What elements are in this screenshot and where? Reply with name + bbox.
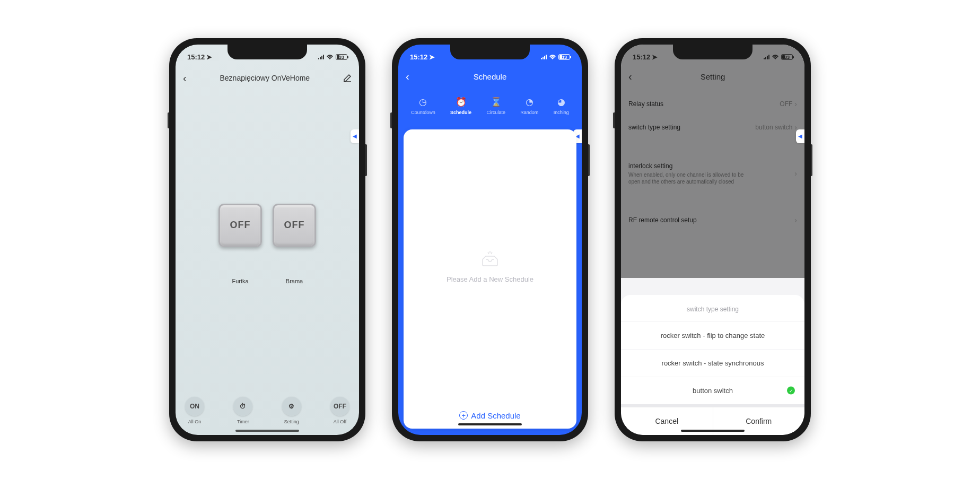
- all-on-button[interactable]: ON All On: [185, 397, 204, 424]
- switch-row: OFF OFF: [176, 204, 359, 247]
- back-button[interactable]: ‹: [406, 71, 409, 83]
- status-time: 15:12: [633, 53, 650, 61]
- notch: [450, 45, 530, 59]
- signal-icon: [541, 55, 547, 59]
- edit-button[interactable]: [343, 74, 352, 82]
- home-indicator[interactable]: [458, 423, 522, 425]
- battery-icon: 33: [558, 54, 570, 60]
- back-button[interactable]: ‹: [183, 72, 187, 84]
- home-indicator[interactable]: [235, 430, 299, 432]
- sheet-option-button-switch[interactable]: button switch ✓: [621, 377, 804, 404]
- switch-button-2[interactable]: OFF: [273, 204, 316, 247]
- switch-label-2: Brama: [273, 278, 316, 284]
- timer-button[interactable]: ⏱ Timer: [233, 397, 252, 424]
- circulate-icon: ⌛: [491, 97, 502, 108]
- action-sheet: switch type setting rocker switch - flip…: [621, 295, 804, 435]
- wifi-icon: [549, 55, 556, 60]
- tab-inching[interactable]: ◕Inching: [554, 97, 569, 115]
- location-icon: ➤: [206, 53, 212, 61]
- on-icon: ON: [190, 403, 199, 410]
- page-title: Schedule: [474, 72, 507, 81]
- tab-schedule[interactable]: ⏰Schedule: [450, 97, 471, 115]
- empty-state: Please Add a New Schedule: [404, 129, 576, 403]
- random-icon: ◔: [526, 97, 533, 108]
- screen-schedule: 15:12 ➤ 33 ‹ Schedule ◷Countdown ⏰Schedu…: [398, 45, 582, 435]
- bottom-toolbar: ON All On ⏱ Timer ⚙ Setting OFF All Off: [176, 397, 359, 424]
- back-button[interactable]: ‹: [628, 71, 632, 83]
- phone-2: 15:12 ➤ 33 ‹ Schedule ◷Countdown ⏰Schedu…: [392, 38, 588, 441]
- sheet-option-rocker-flip[interactable]: rocker switch - flip to change state: [621, 321, 804, 349]
- side-pull-tab[interactable]: ◀: [796, 129, 804, 143]
- plus-icon: +: [459, 411, 468, 420]
- page-title: Beznapięciowy OnVeHome: [220, 74, 310, 82]
- wifi-icon: [326, 55, 334, 60]
- battery-icon: 33: [781, 54, 793, 60]
- all-off-button[interactable]: OFF All Off: [330, 397, 349, 424]
- notch: [228, 45, 307, 59]
- page-title: Setting: [701, 72, 725, 81]
- empty-text: Please Add a New Schedule: [447, 275, 533, 283]
- signal-icon: [764, 55, 769, 59]
- nav-bar: ‹ Schedule: [398, 67, 582, 86]
- tab-random[interactable]: ◔Random: [520, 97, 538, 115]
- wifi-icon: [772, 55, 779, 60]
- checkmark-icon: ✓: [787, 387, 795, 395]
- screen-setting: 15:12 ➤ 33 ‹ Setting Relay status OFF› s…: [621, 45, 804, 435]
- status-time: 15:12: [187, 53, 205, 61]
- schedule-icon: ⏰: [456, 97, 467, 108]
- switch-label-1: Furtka: [218, 278, 262, 284]
- nav-bar: ‹ Setting: [621, 67, 804, 86]
- screen-main: 15:12 ➤ 33 ‹ Beznapięciowy OnVeHome ◀ OF…: [176, 45, 359, 435]
- home-indicator[interactable]: [681, 430, 745, 432]
- nav-bar: ‹ Beznapięciowy OnVeHome: [176, 67, 359, 90]
- sheet-title: switch type setting: [621, 300, 804, 321]
- status-time: 15:12: [410, 53, 427, 61]
- setting-button[interactable]: ⚙ Setting: [282, 397, 301, 424]
- inching-icon: ◕: [557, 97, 565, 108]
- location-icon: ➤: [652, 53, 658, 61]
- signal-icon: [318, 55, 324, 59]
- tab-countdown[interactable]: ◷Countdown: [411, 97, 435, 115]
- battery-icon: 33: [336, 54, 347, 60]
- tab-circulate[interactable]: ⌛Circulate: [486, 97, 505, 115]
- side-pull-tab[interactable]: ◀: [351, 129, 359, 143]
- gear-icon: ⚙: [288, 403, 294, 410]
- off-icon: OFF: [334, 403, 346, 410]
- sheet-option-rocker-sync[interactable]: rocker switch - state synchronous: [621, 349, 804, 377]
- schedule-tabs: ◷Countdown ⏰Schedule ⌛Circulate ◔Random …: [398, 92, 582, 120]
- timer-icon: ⏱: [240, 403, 246, 410]
- schedule-card: Please Add a New Schedule + Add Schedule: [404, 129, 576, 429]
- switch-button-1[interactable]: OFF: [218, 204, 262, 247]
- location-icon: ➤: [429, 53, 435, 61]
- phone-1: 15:12 ➤ 33 ‹ Beznapięciowy OnVeHome ◀ OF…: [169, 38, 365, 441]
- notch: [673, 45, 752, 59]
- countdown-icon: ◷: [419, 97, 427, 108]
- empty-icon: [478, 249, 502, 268]
- phone-3: 15:12 ➤ 33 ‹ Setting Relay status OFF› s…: [615, 38, 811, 441]
